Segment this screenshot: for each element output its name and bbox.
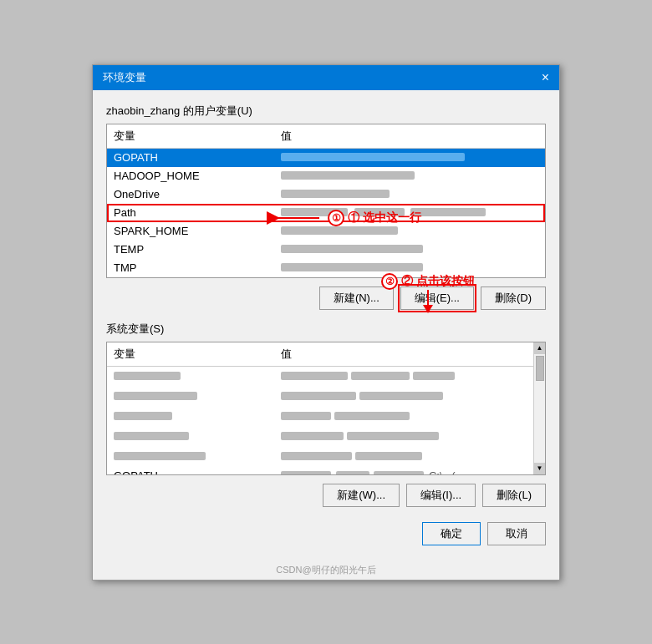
- user-table-header: 变量 值: [107, 124, 545, 149]
- row-var-value: [274, 408, 533, 424]
- footer-buttons: 确定 取消: [106, 519, 546, 545]
- scrollbar[interactable]: ▲ ▼: [533, 342, 545, 474]
- user-delete-button[interactable]: 删除(D): [481, 287, 546, 310]
- ok-button[interactable]: 确定: [422, 522, 481, 545]
- table-row[interactable]: GOPATH C:\...(: [107, 467, 533, 475]
- system-delete-button[interactable]: 删除(L): [482, 484, 546, 507]
- scrollbar-track: [534, 354, 545, 463]
- row-var-name: Path: [107, 205, 274, 221]
- table-row[interactable]: [107, 367, 533, 387]
- row-var-value: [274, 150, 545, 165]
- dialog-title: 环境变量: [103, 70, 146, 85]
- row-var-value: [274, 388, 533, 404]
- user-section: 变量 值 GOPATH HADOOP_HOME: [106, 124, 546, 278]
- row-var-value: [274, 260, 545, 276]
- path-row[interactable]: Path: [107, 204, 545, 222]
- row-var-name: [107, 388, 274, 404]
- scrollbar-up-button[interactable]: ▲: [534, 342, 546, 354]
- user-section-label: zhaobin_zhang 的用户变量(U): [106, 104, 546, 119]
- system-new-button[interactable]: 新建(W)...: [323, 484, 400, 507]
- watermark: CSDN@明仔的阳光午后: [93, 559, 559, 580]
- row-var-value: [274, 223, 545, 239]
- title-bar: 环境变量 ×: [93, 65, 559, 90]
- table-row[interactable]: [107, 427, 533, 447]
- col-var-header: 变量: [107, 127, 274, 145]
- table-row[interactable]: SPARK_HOME: [107, 222, 545, 241]
- row-var-name: GOPATH: [107, 150, 274, 165]
- system-section-label: 系统变量(S): [106, 322, 546, 337]
- user-buttons-row: 新建(N)... 编辑(E)... 删除(D): [106, 287, 546, 310]
- dialog-body: zhaobin_zhang 的用户变量(U) 变量 值 GOPATH HADOO: [93, 90, 559, 559]
- row-var-name: [107, 368, 274, 384]
- row-var-name: TEMP: [107, 241, 274, 257]
- scrollbar-down-button[interactable]: ▼: [534, 463, 546, 474]
- row-var-value: [274, 241, 545, 257]
- close-button[interactable]: ×: [542, 71, 549, 84]
- row-var-name: GOPATH: [107, 468, 274, 475]
- system-var-table: 变量 值: [106, 342, 546, 475]
- table-row[interactable]: GOPATH: [107, 149, 545, 167]
- system-col-var-header: 变量: [107, 345, 274, 363]
- system-table-inner: 变量 值: [107, 342, 533, 475]
- row-var-name: TMP: [107, 260, 274, 276]
- user-var-table: 变量 值 GOPATH HADOOP_HOME: [106, 124, 546, 278]
- env-var-dialog: 环境变量 × zhaobin_zhang 的用户变量(U) 变量 值 GOPAT…: [92, 64, 560, 581]
- row-var-name: [107, 408, 274, 424]
- scrollbar-thumb[interactable]: [536, 356, 544, 381]
- row-var-value: [274, 168, 545, 184]
- system-table-header: 变量 值: [107, 342, 533, 367]
- row-var-value: [274, 186, 545, 202]
- system-buttons-row: 新建(W)... 编辑(I)... 删除(L): [106, 484, 546, 507]
- table-row[interactable]: [107, 407, 533, 427]
- row-var-value: [274, 205, 545, 221]
- cancel-button[interactable]: 取消: [487, 522, 546, 545]
- system-col-val-header: 值: [274, 345, 533, 363]
- system-edit-button[interactable]: 编辑(I)...: [406, 484, 476, 507]
- user-edit-button[interactable]: 编辑(E)...: [400, 287, 474, 310]
- table-row[interactable]: TEMP: [107, 241, 545, 259]
- table-row[interactable]: OneDrive: [107, 185, 545, 204]
- row-var-value: [274, 368, 533, 384]
- row-var-value: C:\...(: [274, 468, 533, 475]
- table-row[interactable]: HADOOP_HOME: [107, 167, 545, 185]
- row-var-name: HADOOP_HOME: [107, 168, 274, 184]
- row-var-value: [274, 449, 533, 464]
- row-var-value: [274, 428, 533, 444]
- row-var-name: [107, 428, 274, 444]
- row-var-name: OneDrive: [107, 186, 274, 202]
- table-row[interactable]: [107, 447, 533, 467]
- row-var-name: SPARK_HOME: [107, 223, 274, 239]
- col-val-header: 值: [274, 127, 545, 145]
- table-row[interactable]: TMP: [107, 259, 545, 277]
- table-row[interactable]: [107, 387, 533, 407]
- row-var-name: [107, 449, 274, 464]
- user-new-button[interactable]: 新建(N)...: [319, 287, 394, 310]
